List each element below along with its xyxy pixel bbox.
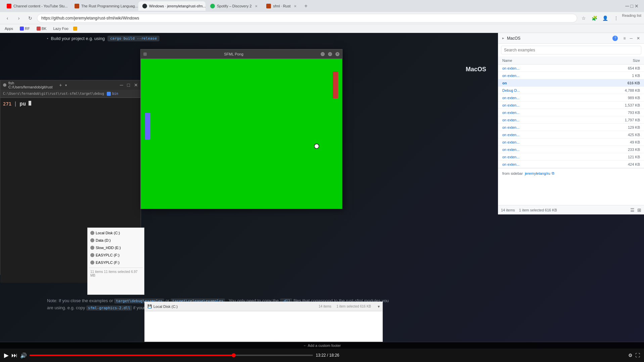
game-cursor-position: [254, 197, 256, 199]
pong-close-button[interactable]: ✕: [335, 52, 339, 56]
file-row-9[interactable]: on exten... 425 KB: [498, 131, 644, 138]
terminal-dropdown-button[interactable]: ▾: [65, 83, 67, 87]
minimize-browser[interactable]: ─: [625, 3, 629, 9]
terminal-minimize-button[interactable]: ─: [120, 82, 123, 88]
file-row-13[interactable]: on exten... 424 KB: [498, 161, 644, 168]
file-size-4: 989 KB: [613, 96, 640, 100]
file-name-5: on exten...: [502, 103, 613, 107]
file-row-10[interactable]: on exten... 49 KB: [498, 138, 644, 146]
file-row-0[interactable]: on exten... 654 KB: [498, 65, 644, 72]
forward-button[interactable]: ›: [14, 13, 24, 23]
settings-video-button[interactable]: ⚙: [628, 353, 633, 358]
close-browser[interactable]: ✕: [635, 3, 639, 9]
bookmark-bk-label: BK: [42, 27, 47, 31]
selected-info: 1 item selected 616 KB: [519, 208, 557, 212]
play-button[interactable]: ▶: [4, 352, 9, 359]
build-code: cargo build --release: [107, 36, 159, 41]
file-name-4: on exten...: [502, 96, 613, 100]
file-name-10: on exten...: [502, 140, 613, 144]
tree-item-local-c[interactable]: Local Disk (C:): [89, 229, 143, 237]
right-panel-minimize-btn[interactable]: ─: [630, 36, 633, 41]
terminal-maximize-button[interactable]: □: [127, 82, 130, 88]
file-row-6[interactable]: on exten... 793 KB: [498, 109, 644, 116]
github-link[interactable]: jeremyletang/ru ⧉: [525, 171, 554, 175]
nav-actions: ☆ 🧩 👤 ⋮ Reading list: [579, 13, 641, 23]
tab-sfml-close[interactable]: ✕: [294, 4, 296, 8]
tab-github[interactable]: Windows · jeremyletang/rust-sfm... ✕: [138, 1, 205, 11]
file-row-2[interactable]: on 616 KB: [498, 79, 644, 87]
tree-item-slow-e[interactable]: Slow_HDD (E:): [89, 244, 143, 251]
file-row-11[interactable]: on exten... 233 KB: [498, 146, 644, 153]
tab-spotify[interactable]: Spotify – Discovery 2 ✕: [206, 1, 262, 11]
bookmark-star[interactable]: ☆: [579, 13, 589, 23]
file-row-4[interactable]: on exten... 989 KB: [498, 94, 644, 102]
file-col-size-header: Size: [613, 58, 640, 63]
refresh-button[interactable]: ↻: [26, 13, 35, 23]
back-button[interactable]: ‹: [3, 13, 12, 23]
file-size-6: 793 KB: [613, 111, 640, 115]
maximize-browser[interactable]: □: [631, 3, 633, 9]
file-row-3[interactable]: Debug D... 4,788 KB: [498, 87, 644, 94]
file-size-13: 424 KB: [613, 162, 640, 166]
fullscreen-button[interactable]: ⛶: [635, 353, 640, 358]
terminal-cursor-text: │: [14, 102, 17, 107]
search-examples-input[interactable]: [501, 46, 641, 54]
video-progress-bar[interactable]: [30, 355, 313, 356]
reading-list-label[interactable]: Reading list: [622, 13, 641, 23]
file-size-1: 1 KB: [613, 74, 640, 78]
tab-spotify-close[interactable]: ✕: [255, 4, 258, 8]
terminal-title-text: fish C:/Users/fernandob/git/rust: [8, 81, 57, 89]
note-prefix: Note: If you cl: [47, 298, 74, 303]
new-tab-button[interactable]: +: [301, 1, 311, 11]
tree-item-data-d[interactable]: Data (D:): [89, 237, 143, 244]
file-row-1[interactable]: on exten... 1 KB: [498, 72, 644, 79]
terminal-line: 271 │ pu: [3, 100, 138, 107]
pong-game-area: [141, 59, 342, 209]
tab-sfml[interactable]: sfml · Rust ✕: [262, 1, 301, 11]
pong-title-text: SFML Pong: [149, 52, 319, 56]
settings-button[interactable]: ⋮: [611, 13, 621, 23]
tree-item-easyplc-f2[interactable]: EASYPLC (F:): [89, 259, 143, 266]
skip-forward-button[interactable]: ⏭: [11, 352, 17, 359]
pong-maximize-button[interactable]: □: [328, 52, 332, 56]
terminal-close-button[interactable]: ✕: [134, 82, 138, 88]
right-panel-close-btn[interactable]: ✕: [637, 36, 640, 41]
extensions-button[interactable]: 🧩: [590, 13, 599, 23]
view-grid-button[interactable]: ⊞: [637, 207, 641, 213]
bottom-fm-items: 14 items: [319, 305, 331, 308]
bookmark-apps[interactable]: Apps: [3, 26, 15, 31]
build-line: • Build your project e.g. using cargo bu…: [47, 36, 159, 41]
file-row-7[interactable]: on exten... 1,797 KB: [498, 116, 644, 124]
build-section: • Build your project e.g. using cargo bu…: [47, 36, 159, 44]
current-time: 13:22: [316, 353, 326, 358]
file-name-12: on exten...: [502, 155, 613, 159]
view-list-button[interactable]: ☰: [630, 207, 635, 213]
bookmark-lazyfoo[interactable]: Lazy Foo: [51, 26, 70, 31]
right-panel-chevron: ▸: [502, 36, 504, 40]
file-name-8: on exten...: [502, 125, 613, 129]
file-size-5: 1,537 KB: [613, 103, 640, 107]
bookmark-bk[interactable]: BK: [35, 26, 49, 31]
address-bar[interactable]: https://github.com/jeremyletang/rust-sfm…: [37, 14, 577, 23]
pong-minimize-button[interactable]: ─: [321, 52, 325, 56]
right-panel-header: ▸ MacOS ? ≡ ─ ✕: [498, 33, 644, 44]
volume-button[interactable]: 🔊: [20, 352, 27, 359]
tab-youtube[interactable]: Channel content - YouTube Stu... ✕: [3, 1, 70, 11]
tab-rust[interactable]: The Rust Programming Languag... ✕: [71, 1, 138, 11]
file-name-2: on: [502, 81, 613, 85]
bookmark-rf-label: RF: [25, 27, 30, 31]
profile-button[interactable]: 👤: [601, 13, 610, 23]
file-row-5[interactable]: on exten... 1,537 KB: [498, 102, 644, 109]
file-row-12[interactable]: on exten... 121 KB: [498, 153, 644, 161]
bottom-fm-dropdown[interactable]: ▾: [378, 304, 380, 309]
bottom-fm-titlebar: 💾 Local Disk (C:) 14 items 1 item select…: [145, 302, 382, 311]
tree-item-slow-e-label: Slow_HDD (E:): [96, 246, 121, 250]
bookmark-rf[interactable]: RF: [18, 26, 32, 31]
tree-item-easyplc-f1[interactable]: EASYPLC (F:): [89, 251, 143, 259]
file-row-8[interactable]: on exten... 129 KB: [498, 124, 644, 131]
right-panel-settings[interactable]: ≡: [623, 36, 626, 41]
help-button[interactable]: ?: [612, 36, 618, 41]
video-progress-fill: [30, 355, 234, 356]
terminal-plus-button[interactable]: +: [59, 82, 62, 88]
path-folder-icon: [107, 92, 111, 96]
